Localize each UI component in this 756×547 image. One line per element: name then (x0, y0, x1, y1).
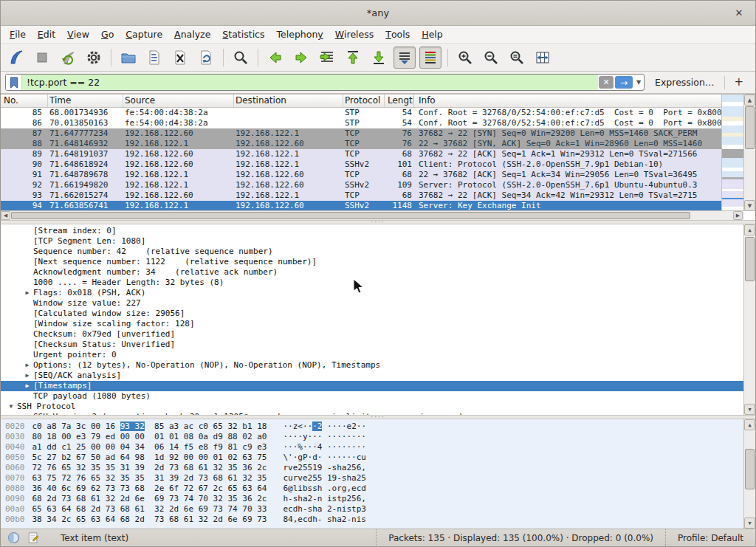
packet-row[interactable]: 86 70.013850163 fe:54:00:d4:38:2a STP 54… (1, 118, 722, 128)
packet-row[interactable]: 85 68.001734936 fe:54:00:d4:38:2a STP 54… (1, 108, 722, 118)
scroll-up-arrow-icon[interactable]: ▲ (744, 224, 755, 235)
save-file-button[interactable] (143, 47, 165, 69)
detail-line[interactable]: ▶ [SEQ/ACK analysis] (1, 371, 743, 381)
scrollbar-thumb[interactable] (745, 237, 755, 281)
go-back-button[interactable] (264, 47, 286, 69)
expert-info-icon[interactable] (7, 531, 21, 545)
detail-line[interactable]: Acknowledgment number: 34 (relative ack … (1, 267, 743, 278)
open-file-button[interactable] (117, 47, 140, 69)
close-window-button[interactable]: ✕ (732, 6, 746, 21)
expander-arrow-icon[interactable] (21, 319, 33, 329)
find-packet-button[interactable] (230, 47, 252, 69)
go-forward-button[interactable] (290, 47, 312, 69)
packet-row[interactable]: 92 71.661949820 192.168.122.1 192.168.12… (1, 180, 722, 190)
go-last-packet-button[interactable] (368, 47, 390, 69)
menu-item-help[interactable]: Help (416, 26, 449, 43)
expander-arrow-icon[interactable] (21, 350, 33, 360)
menu-item-go[interactable]: Go (95, 26, 120, 43)
detail-line[interactable]: ▶ Options: (12 bytes), No-Operation (NOP… (1, 360, 743, 371)
detail-line[interactable]: Urgent pointer: 0 (1, 350, 743, 360)
column-header-time[interactable]: Time (48, 94, 123, 107)
packet-row[interactable]: 93 71.662015274 192.168.122.60 192.168.1… (1, 190, 722, 201)
packet-row[interactable]: 88 71.648146932 192.168.122.1 192.168.12… (1, 139, 722, 149)
scroll-down-arrow-icon[interactable]: ▼ (744, 200, 755, 211)
capture-options-button[interactable] (83, 47, 105, 69)
expander-arrow-icon[interactable]: ▶ (21, 381, 33, 391)
expander-arrow-icon[interactable] (21, 247, 33, 257)
column-header-no[interactable]: No. (1, 94, 48, 107)
detail-line[interactable]: TCP payload (1080 bytes) (1, 391, 743, 402)
detail-line[interactable]: ▼ SSH Protocol (1, 402, 743, 412)
restart-capture-button[interactable] (57, 47, 79, 69)
menu-item-capture[interactable]: Capture (120, 26, 168, 43)
scroll-left-arrow-icon[interactable]: ◀ (1, 211, 10, 220)
column-header-length[interactable]: Length (385, 94, 414, 107)
display-filter-input[interactable] (22, 75, 598, 90)
scroll-up-arrow-icon[interactable]: ▲ (744, 419, 755, 430)
menu-item-edit[interactable]: Edit (32, 26, 61, 43)
hex-row[interactable]: 006072 76 65 32 35 35 31 39 2d 73 68 61 … (5, 463, 755, 473)
menu-item-tools[interactable]: Tools (379, 26, 416, 43)
detail-line[interactable]: ▶ Flags: 0x018 (PSH, ACK) (1, 288, 743, 298)
start-capture-button[interactable] (5, 47, 27, 69)
expander-arrow-icon[interactable]: ▶ (21, 412, 33, 415)
detail-line[interactable]: [Window size scaling factor: 128] (1, 319, 743, 329)
scrollbar-thumb[interactable] (11, 212, 690, 219)
expander-arrow-icon[interactable] (21, 298, 33, 309)
detail-line[interactable]: ▶ SSH Version 2 (encryption:chacha20-pol… (1, 412, 743, 415)
reload-file-button[interactable] (195, 47, 217, 69)
expander-arrow-icon[interactable] (21, 329, 33, 340)
zoom-in-button[interactable] (454, 47, 476, 69)
menu-item-analyze[interactable]: Analyze (168, 26, 216, 43)
menu-item-wireless[interactable]: Wireless (329, 26, 380, 43)
scroll-down-arrow-icon[interactable]: ▼ (744, 517, 755, 529)
packet-row[interactable]: 89 71.648191037 192.168.122.60 192.168.1… (1, 149, 722, 159)
packet-row[interactable]: 94 71.663856741 192.168.122.1 192.168.12… (1, 201, 722, 211)
detail-vertical-scrollbar[interactable]: ▲ ▼ (743, 224, 755, 415)
scroll-right-arrow-icon[interactable]: ▶ (733, 211, 743, 220)
hex-row[interactable]: 007063 75 72 76 65 32 35 35 31 39 2d 73 … (5, 473, 755, 484)
expander-arrow-icon[interactable]: ▶ (21, 371, 33, 381)
hex-row[interactable]: 003080 18 00 e3 79 ed 00 00 01 01 08 0a … (5, 432, 755, 442)
packet-row[interactable]: 90 71.648618924 192.168.122.60 192.168.1… (1, 159, 722, 170)
filter-apply-button[interactable]: → (615, 76, 633, 89)
zoom-reset-button[interactable] (506, 47, 528, 69)
filter-bookmark-button[interactable] (6, 75, 22, 90)
scroll-up-arrow-icon[interactable]: ▲ (744, 94, 755, 106)
stop-capture-button[interactable] (31, 47, 53, 69)
hex-row[interactable]: 0040a1 dd c1 25 00 00 04 34 06 14 f5 e8 … (5, 442, 755, 453)
hex-row[interactable]: 00a065 63 64 68 2d 73 68 61 32 2d 6e 69 … (5, 504, 755, 515)
detail-line[interactable]: [Calculated window size: 29056] (1, 309, 743, 319)
hex-row[interactable]: 0020c0 a8 7a 3c 00 16 93 32 85 a3 ac c0 … (5, 422, 755, 432)
expander-arrow-icon[interactable]: ▼ (5, 402, 17, 412)
packet-list-horizontal-scrollbar[interactable]: ◀ ▶ (1, 210, 744, 220)
resize-columns-button[interactable] (532, 47, 554, 69)
detail-line[interactable]: 1000 .... = Header Length: 32 bytes (8) (1, 278, 743, 288)
expression-button[interactable]: Expression… (649, 77, 720, 88)
packet-row[interactable]: 91 71.648789678 192.168.122.1 192.168.12… (1, 170, 722, 180)
status-profile[interactable]: Profile: Default (672, 533, 749, 543)
scroll-down-arrow-icon[interactable]: ▼ (744, 404, 755, 415)
hex-row[interactable]: 00b038 34 2c 65 63 64 68 2d 73 68 61 32 … (5, 515, 755, 525)
go-to-packet-button[interactable] (316, 47, 338, 69)
menu-item-statistics[interactable]: Statistics (216, 26, 270, 43)
detail-line[interactable]: Window size value: 227 (1, 298, 743, 309)
capture-comment-icon[interactable] (27, 531, 40, 545)
packet-list-vertical-scrollbar[interactable]: ▲ ▼ (743, 94, 755, 211)
expander-arrow-icon[interactable] (21, 278, 33, 288)
filter-clear-button[interactable]: ✕ (599, 76, 614, 89)
colorize-toggle[interactable] (419, 47, 441, 69)
menu-item-file[interactable]: File (4, 26, 32, 43)
column-header-source[interactable]: Source (123, 94, 234, 107)
expander-arrow-icon[interactable]: ▶ (21, 360, 33, 371)
auto-scroll-toggle[interactable] (394, 47, 416, 69)
hex-row[interactable]: 00505c 27 b2 67 50 ad 64 98 1d 92 00 00 … (5, 453, 755, 463)
menu-item-view[interactable]: View (61, 26, 95, 43)
packet-list-minimap[interactable] (721, 94, 743, 211)
column-header-destination[interactable]: Destination (234, 94, 343, 107)
column-header-protocol[interactable]: Protocol (343, 94, 385, 107)
hex-vertical-scrollbar[interactable]: ▲ ▼ (743, 419, 755, 529)
close-file-button[interactable] (169, 47, 191, 69)
expander-arrow-icon[interactable] (21, 340, 33, 350)
window-titlebar[interactable]: *any ✕ (1, 1, 755, 26)
